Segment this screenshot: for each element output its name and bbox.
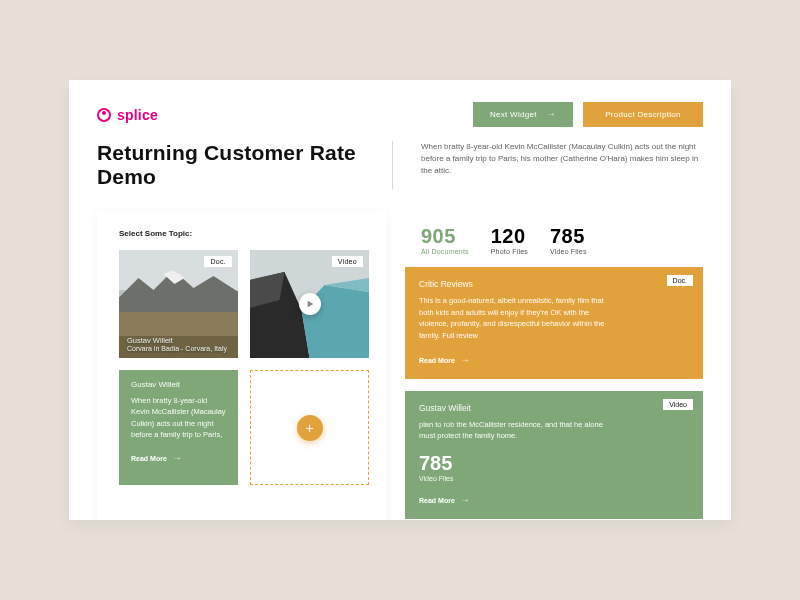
stat-num: 785 bbox=[550, 225, 587, 248]
app-card: splice Next Widget → Product Description… bbox=[69, 80, 731, 520]
topic-tile-coast[interactable]: Video bbox=[250, 250, 369, 358]
plus-icon: + bbox=[305, 421, 313, 435]
topic-tile-mountain[interactable]: Doc. Gustav Willeit Corvara in Badia - C… bbox=[119, 250, 238, 358]
read-more-link[interactable]: Read More → bbox=[419, 496, 689, 505]
stat-label: All Documents bbox=[421, 248, 469, 255]
arrow-right-icon: → bbox=[547, 110, 556, 119]
tile-text-author: Gustav Willeit bbox=[131, 380, 226, 389]
card-title: Gustav Willeit bbox=[419, 403, 689, 413]
card-stat-num: 785 bbox=[419, 452, 689, 475]
next-widget-label: Next Widget bbox=[490, 110, 537, 119]
badge-video: Video bbox=[332, 256, 363, 267]
stat-num: 905 bbox=[421, 225, 469, 248]
topic-grid: Doc. Gustav Willeit Corvara in Badia - C… bbox=[119, 250, 369, 485]
play-icon bbox=[306, 300, 314, 308]
arrow-right-icon: → bbox=[461, 496, 470, 505]
title-row: Returning Customer Rate Demo When bratty… bbox=[97, 141, 703, 189]
next-widget-button[interactable]: Next Widget → bbox=[473, 102, 573, 127]
tile-author: Gustav Willeit bbox=[127, 336, 227, 345]
content-body: Select Some Topic: Doc. Gustav Willeit bbox=[97, 211, 703, 520]
card-stat-label: Video Files bbox=[419, 475, 689, 482]
read-more-label: Read More bbox=[131, 455, 167, 462]
tile-text-desc: When bratty 8-year-old Kevin McCallister… bbox=[131, 395, 226, 440]
stat-label: Photo Files bbox=[491, 248, 528, 255]
left-panel-label: Select Some Topic: bbox=[119, 229, 369, 238]
stat-all-documents[interactable]: 905 All Documents bbox=[421, 225, 469, 255]
stats-row: 905 All Documents 120 Photo Files 785 Vi… bbox=[405, 225, 703, 255]
stat-photo-files[interactable]: 120 Photo Files bbox=[491, 225, 528, 255]
card-stat: 785 Video Files bbox=[419, 452, 689, 482]
tile-place: Corvara in Badia - Corvara, Italy bbox=[127, 345, 227, 352]
product-description-button[interactable]: Product Description bbox=[583, 102, 703, 127]
read-more-link[interactable]: Read More → bbox=[131, 454, 226, 463]
add-topic-tile[interactable]: + bbox=[250, 370, 369, 485]
card-title: Critic Reviews bbox=[419, 279, 689, 289]
stat-video-files[interactable]: 785 Video Files bbox=[550, 225, 587, 255]
badge-doc: Doc. bbox=[204, 256, 232, 267]
read-more-label: Read More bbox=[419, 497, 455, 504]
brand-logo-icon bbox=[97, 108, 111, 122]
read-more-link[interactable]: Read More → bbox=[419, 356, 689, 365]
critic-reviews-card[interactable]: Critic Reviews Doc. This is a good-natur… bbox=[405, 267, 703, 379]
brand-name: splice bbox=[117, 107, 158, 123]
product-description-label: Product Description bbox=[605, 110, 681, 119]
stat-num: 120 bbox=[491, 225, 528, 248]
toolbar: Next Widget → Product Description bbox=[473, 102, 703, 127]
card-text: plan to rob the McCallister residence, a… bbox=[419, 419, 619, 442]
divider bbox=[392, 141, 393, 189]
right-panel: 905 All Documents 120 Photo Files 785 Vi… bbox=[405, 211, 703, 520]
arrow-right-icon: → bbox=[461, 356, 470, 365]
card-text: This is a good-natured, albeit unrealist… bbox=[419, 295, 619, 342]
svg-marker-11 bbox=[307, 301, 313, 307]
brand[interactable]: splice bbox=[97, 107, 158, 123]
gustav-card[interactable]: Gustav Willeit Video plan to rob the McC… bbox=[405, 391, 703, 519]
tile-caption: Gustav Willeit Corvara in Badia - Corvar… bbox=[127, 336, 227, 352]
read-more-label: Read More bbox=[419, 357, 455, 364]
topbar: splice Next Widget → Product Description bbox=[97, 102, 703, 127]
badge-doc: Doc. bbox=[667, 275, 693, 286]
topic-tile-text[interactable]: Gustav Willeit When bratty 8-year-old Ke… bbox=[119, 370, 238, 485]
page-subtitle: When bratty 8-year-old Kevin McCallister… bbox=[413, 141, 703, 177]
left-panel: Select Some Topic: Doc. Gustav Willeit bbox=[97, 211, 387, 520]
arrow-right-icon: → bbox=[173, 454, 182, 463]
stat-label: Video Files bbox=[550, 248, 587, 255]
play-button[interactable] bbox=[299, 293, 321, 315]
page-title: Returning Customer Rate Demo bbox=[97, 141, 372, 189]
badge-video: Video bbox=[663, 399, 693, 410]
add-button[interactable]: + bbox=[297, 415, 323, 441]
